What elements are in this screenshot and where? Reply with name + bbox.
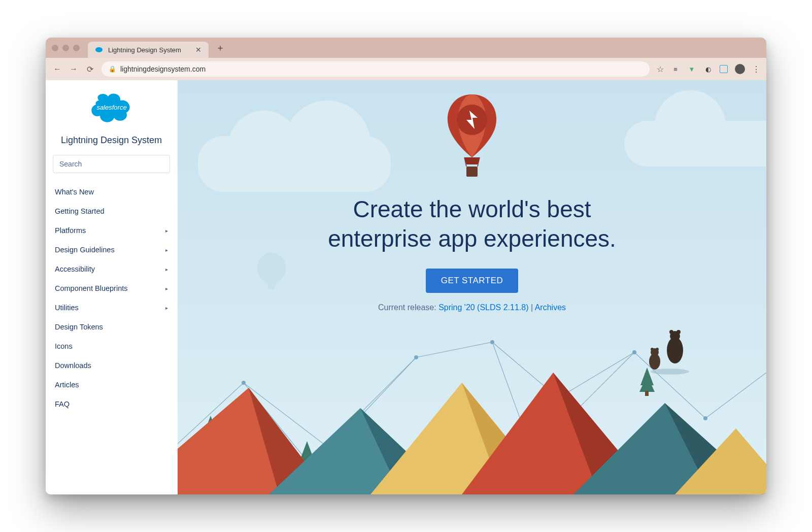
salesforce-logo: salesforce — [53, 89, 170, 131]
salesforce-favicon-icon — [95, 46, 103, 54]
sidebar-item-label: Utilities — [55, 304, 79, 312]
headline-line1: Create the world's best — [353, 196, 591, 222]
hero-balloon-icon — [439, 92, 505, 186]
svg-point-16 — [242, 381, 246, 385]
sidebar-item-label: Accessibility — [55, 265, 95, 273]
sidebar-item-design-tokens[interactable]: Design Tokens — [53, 317, 170, 337]
svg-text:salesforce: salesforce — [96, 104, 126, 111]
extension-box-icon[interactable] — [720, 65, 728, 73]
browser-titlebar: Lightning Design System ✕ ＋ — [46, 38, 766, 58]
archives-link[interactable]: Archives — [535, 303, 566, 312]
new-tab-button[interactable]: ＋ — [216, 42, 225, 54]
url-field[interactable]: 🔒 lightningdesignsystem.com — [101, 61, 650, 77]
sidebar-item-label: What's New — [55, 188, 94, 196]
extension-vue-icon[interactable]: ▼ — [687, 64, 696, 74]
hero-area: Create the world's best enterprise app e… — [178, 80, 766, 494]
minimize-window-icon[interactable] — [62, 45, 69, 51]
browser-address-bar: ← → ⟳ 🔒 lightningdesignsystem.com ☆ ≡ ▼ … — [46, 58, 766, 80]
window-controls[interactable] — [52, 45, 80, 51]
bears-illustration — [639, 330, 690, 378]
get-started-button[interactable]: GET STARTED — [426, 269, 519, 293]
forward-button[interactable]: → — [69, 64, 78, 74]
svg-point-15 — [651, 369, 689, 375]
sidebar-item-label: Platforms — [55, 226, 86, 235]
sidebar-item-downloads[interactable]: Downloads — [53, 356, 170, 375]
extension-icons: ≡ ▼ ◐ ⋮ — [671, 64, 759, 74]
release-info: Current release: Spring '20 (SLDS 2.11.8… — [378, 303, 566, 312]
salesforce-cloud-icon: salesforce — [84, 89, 140, 129]
profile-avatar[interactable] — [735, 64, 745, 74]
release-separator: | — [529, 303, 535, 312]
sidebar-item-articles[interactable]: Articles — [53, 375, 170, 394]
sidebar-item-faq[interactable]: FAQ — [53, 394, 170, 414]
sidebar-item-what-s-new[interactable]: What's New — [53, 182, 170, 202]
url-text: lightningdesignsystem.com — [120, 65, 206, 73]
svg-point-13 — [651, 348, 654, 351]
headline-line2: enterprise app experiences. — [328, 225, 616, 252]
svg-point-19 — [490, 340, 494, 344]
lock-icon: 🔒 — [109, 65, 116, 73]
page-content: salesforce Lightning Design System What'… — [46, 80, 766, 494]
sidebar-item-design-guidelines[interactable]: Design Guidelines▸ — [53, 240, 170, 259]
bookmark-star-icon[interactable]: ☆ — [657, 64, 664, 74]
chevron-right-icon: ▸ — [165, 286, 168, 291]
tab-title: Lightning Design System — [108, 46, 181, 54]
search-input[interactable] — [53, 155, 170, 173]
sidebar-item-label: FAQ — [55, 400, 70, 408]
svg-point-0 — [95, 47, 103, 52]
svg-point-22 — [703, 416, 707, 420]
sidebar-item-platforms[interactable]: Platforms▸ — [53, 221, 170, 240]
sidebar-item-label: Component Blueprints — [55, 284, 127, 292]
sidebar-item-label: Downloads — [55, 361, 91, 370]
sidebar-item-label: Getting Started — [55, 207, 105, 215]
cloud-decoration — [624, 121, 766, 167]
reload-button[interactable]: ⟳ — [85, 64, 94, 74]
chevron-right-icon: ▸ — [165, 305, 168, 311]
sidebar-item-label: Design Guidelines — [55, 246, 115, 254]
hero-headline: Create the world's best enterprise app e… — [328, 195, 616, 253]
release-link[interactable]: Spring '20 (SLDS 2.11.8) — [438, 303, 528, 312]
extension-moon-icon[interactable]: ◐ — [703, 64, 713, 74]
svg-point-18 — [414, 355, 418, 359]
browser-menu-icon[interactable]: ⋮ — [752, 64, 759, 74]
cloud-decoration — [198, 136, 391, 192]
brand-title: Lightning Design System — [53, 135, 170, 146]
sidebar-item-getting-started[interactable]: Getting Started — [53, 202, 170, 221]
faint-balloon-decoration — [254, 253, 289, 306]
close-window-icon[interactable] — [52, 45, 58, 51]
release-prefix: Current release: — [378, 303, 438, 312]
chevron-right-icon: ▸ — [165, 228, 168, 234]
maximize-window-icon[interactable] — [73, 45, 80, 51]
sidebar-item-label: Articles — [55, 381, 79, 389]
svg-point-9 — [669, 330, 673, 334]
svg-rect-28 — [645, 391, 649, 396]
sidebar-item-utilities[interactable]: Utilities▸ — [53, 298, 170, 317]
sidebar-item-icons[interactable]: Icons — [53, 337, 170, 356]
svg-point-2 — [257, 253, 286, 283]
sidebar-item-accessibility[interactable]: Accessibility▸ — [53, 259, 170, 279]
extension-buffer-icon[interactable]: ≡ — [671, 64, 680, 74]
browser-tab[interactable]: Lightning Design System ✕ — [88, 42, 209, 58]
sidebar-nav: What's NewGetting StartedPlatforms▸Desig… — [53, 182, 170, 414]
browser-window: Lightning Design System ✕ ＋ ← → ⟳ 🔒 ligh… — [46, 38, 766, 494]
tab-close-icon[interactable]: ✕ — [195, 46, 201, 54]
chevron-right-icon: ▸ — [165, 267, 168, 272]
svg-point-14 — [656, 348, 659, 351]
svg-point-21 — [632, 350, 636, 354]
sidebar: salesforce Lightning Design System What'… — [46, 80, 178, 494]
back-button[interactable]: ← — [53, 64, 62, 74]
svg-point-10 — [676, 330, 681, 334]
sidebar-item-label: Icons — [55, 342, 73, 350]
sidebar-item-component-blueprints[interactable]: Component Blueprints▸ — [53, 279, 170, 298]
chevron-right-icon: ▸ — [165, 247, 168, 253]
sidebar-item-label: Design Tokens — [55, 323, 103, 331]
svg-rect-4 — [466, 167, 478, 177]
